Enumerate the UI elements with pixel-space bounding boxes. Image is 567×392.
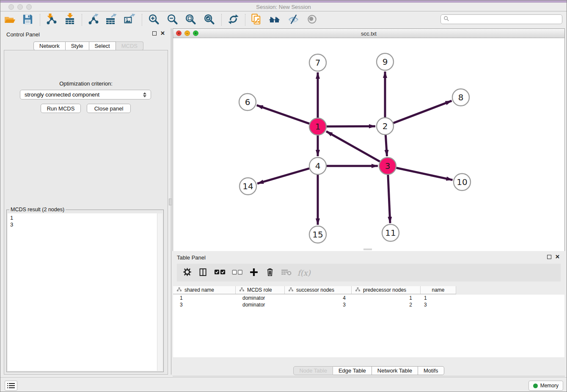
open-session-button[interactable] [2,13,17,27]
delete-column-button [281,266,292,279]
insert-column-button[interactable] [198,266,208,279]
graph-node-11[interactable]: 11 [382,224,399,241]
close-table-panel-icon[interactable]: ✕ [555,255,560,259]
graph-edge-1-2[interactable] [327,126,375,127]
tab-node-table[interactable]: Node Table [293,366,333,375]
column-label: MCDS role [247,287,272,293]
graph-node-7[interactable]: 7 [309,54,326,71]
function-builder-button: f(x) [297,266,311,279]
refresh-button[interactable] [226,13,241,27]
tab-mcds[interactable]: MCDS [116,41,143,50]
column-header-name[interactable]: name [421,286,456,294]
graph-node-2[interactable]: 2 [377,118,394,135]
graph-edge-2-3[interactable] [385,135,387,156]
mcds-result-list[interactable]: 13 [8,213,157,371]
search-box[interactable] [440,14,562,24]
toolbar-separator [221,14,222,26]
unselect-all-button[interactable] [232,266,243,279]
task-history-button[interactable] [5,381,17,391]
column-header-predecessor-nodes[interactable]: predecessor nodes [352,286,421,294]
import-network-button[interactable] [43,13,58,27]
tab-select[interactable]: Select [89,41,116,50]
graph-node-8[interactable]: 8 [452,89,469,106]
node-label: 6 [245,97,250,107]
graph-edge-2-8[interactable] [394,101,452,123]
graph-edge-1-6[interactable] [257,105,309,124]
hide-graphics-details-button[interactable] [286,13,301,27]
close-panel-icon[interactable]: ✕ [160,31,165,36]
column-header-mcds-role[interactable]: MCDS role [236,286,285,294]
show-graphics-details-icon [306,13,318,27]
network-canvas[interactable]: 7968124314101511 [173,38,564,251]
column-type-icon [355,287,360,293]
export-table-button[interactable] [103,13,118,27]
zoom-selected-button[interactable] [201,13,217,27]
title-bar: Session: New Session [0,0,567,11]
column-type-icon [177,287,182,293]
export-network-button[interactable] [85,13,100,27]
add-row-button[interactable] [249,266,259,279]
criterion-dropdown[interactable]: strongly connected component [20,90,151,99]
graph-node-10[interactable]: 10 [454,174,471,190]
run-mcds-button[interactable]: Run MCDS [41,104,81,113]
search-input[interactable] [451,17,559,22]
column-header-successor-nodes[interactable]: successor nodes [285,286,352,294]
new-network-from-selection-button[interactable] [248,13,264,27]
graph-edge-3-1[interactable] [326,131,380,161]
close-panel-button[interactable]: Close panel [87,104,131,113]
graph-node-4[interactable]: 4 [309,157,326,174]
node-label: 14 [242,181,253,191]
graph-edge-4-14[interactable] [257,168,309,184]
node-label: 2 [383,121,388,131]
table-settings-icon [183,268,192,278]
tab-style[interactable]: Style [66,41,89,50]
graph-edge-3-11[interactable] [388,175,390,223]
save-session-button[interactable] [20,13,35,27]
table-row[interactable]: 1dominator411 [173,295,564,301]
memory-button[interactable]: Memory [528,381,563,391]
table-settings-button[interactable] [182,266,192,279]
tab-edge-table[interactable]: Edge Table [333,366,372,375]
select-all-button[interactable] [214,266,226,279]
show-graphics-details-button[interactable] [304,13,319,27]
network-window-titlebar[interactable]: ✕ − + scc.txt [173,29,564,38]
zoom-out-button[interactable] [165,13,180,27]
column-label: shared name [184,287,214,293]
tab-motifs[interactable]: Motifs [418,366,444,375]
horizontal-splitter-handle[interactable] [363,248,372,250]
table-cell: dominator [236,295,285,301]
first-neighbors-button[interactable] [267,13,282,27]
graph-edge-3-10[interactable] [396,168,453,180]
delete-row-icon [266,267,274,278]
hide-graphics-details-icon [287,13,300,27]
column-header-shared-name[interactable]: shared name [173,286,236,294]
export-network-icon [86,13,99,27]
graph-node-6[interactable]: 6 [239,94,256,110]
table-cell: 4 [285,295,352,301]
graph-node-3[interactable]: 3 [379,157,396,174]
import-table-button[interactable] [63,13,78,27]
titlebar-accent [0,0,567,3]
graph-node-15[interactable]: 15 [309,226,326,243]
export-image-button[interactable] [122,13,137,27]
tab-network[interactable]: Network [33,41,66,50]
float-table-panel-icon[interactable] [547,255,551,259]
panel-splitter-handle[interactable] [169,199,172,205]
control-panel-title: Control Panel [6,31,40,38]
node-label: 1 [315,121,321,132]
node-label: 4 [315,161,321,171]
delete-row-button[interactable] [265,266,275,279]
tab-network-table[interactable]: Network Table [372,366,418,375]
node-label: 7 [315,58,321,68]
table-row[interactable]: 3dominator323 [173,301,564,308]
float-panel-icon[interactable] [152,31,157,36]
graph-node-14[interactable]: 14 [239,178,256,195]
zoom-fit-button[interactable] [183,13,198,27]
result-scrollbar[interactable] [157,213,162,371]
column-label: name [432,287,444,293]
optimization-criterion-label: Optimization criterion: [4,80,168,87]
graph-node-1[interactable]: 1 [309,118,326,135]
zoom-in-button[interactable] [146,13,161,27]
graph-node-9[interactable]: 9 [377,53,394,70]
table-cell: 3 [285,302,352,308]
